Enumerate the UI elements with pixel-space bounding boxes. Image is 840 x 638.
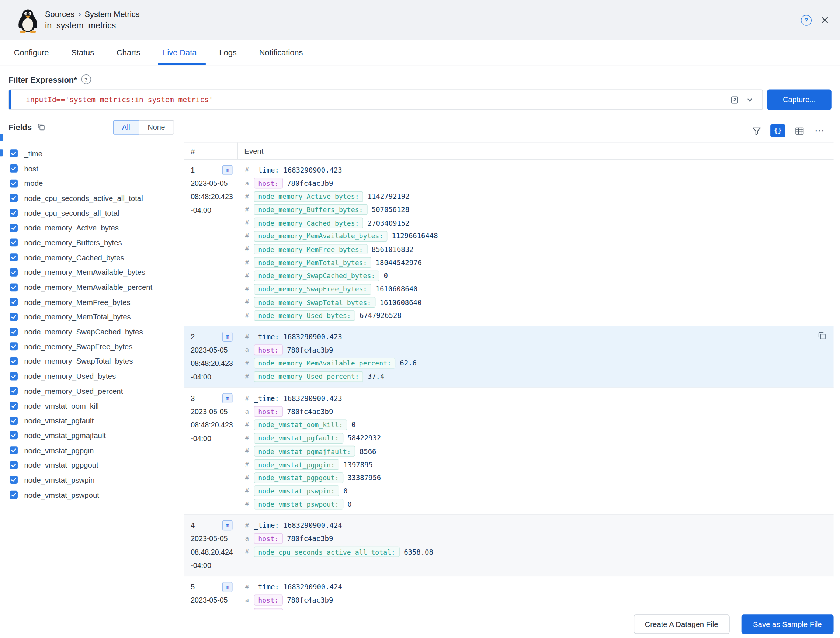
event-field-_time[interactable]: #_time:1683290900.424 <box>238 581 834 594</box>
field-item-node_memory_Active_bytes[interactable]: node_memory_Active_bytes <box>8 221 184 235</box>
checkbox-checked-icon[interactable] <box>9 446 18 454</box>
field-item-node_vmstat_pgmajfault[interactable]: node_vmstat_pgmajfault <box>8 428 184 443</box>
event-field-node_vmstat_pgmajfault[interactable]: #node_vmstat_pgmajfault:8566 <box>238 445 834 458</box>
checkbox-checked-icon[interactable] <box>9 253 18 262</box>
checkbox-checked-icon[interactable] <box>9 431 18 440</box>
event-field-node_vmstat_pswpout[interactable]: #node_vmstat_pswpout:0 <box>238 497 834 511</box>
field-name-pill[interactable]: node_vmstat_oom_kill: <box>254 419 347 430</box>
event-row-4[interactable]: 4m2023-05-0508:48:20.424-04:00#_time:168… <box>185 515 834 577</box>
checkbox-checked-icon[interactable] <box>9 164 18 172</box>
help-icon[interactable]: ? <box>801 15 812 25</box>
field-name-pill[interactable]: node_memory_MemAvailable_percent: <box>254 358 396 368</box>
event-field-node_vmstat_pgfault[interactable]: #node_vmstat_pgfault:58422932 <box>238 431 834 445</box>
checkbox-checked-icon[interactable] <box>9 209 18 217</box>
field-item-node_memory_SwapTotal_bytes[interactable]: node_memory_SwapTotal_bytes <box>8 354 184 369</box>
field-item-node_memory_Used_bytes[interactable]: node_memory_Used_bytes <box>8 369 184 384</box>
field-item-node_memory_MemTotal_bytes[interactable]: node_memory_MemTotal_bytes <box>8 310 184 324</box>
field-name-pill[interactable]: node_memory_Active_bytes: <box>254 191 363 202</box>
event-field-node_memory_SwapTotal_bytes[interactable]: #node_memory_SwapTotal_bytes:1610608640 <box>238 296 834 309</box>
field-name-pill[interactable]: host: <box>254 178 283 188</box>
field-name-pill[interactable]: host: <box>254 345 283 355</box>
tab-logs[interactable]: Logs <box>214 40 241 65</box>
field-name-pill[interactable]: node_vmstat_pgpgout: <box>254 472 343 483</box>
event-field-node_memory_Used_percent[interactable]: #node_memory_Used_percent:37.4 <box>238 370 834 383</box>
field-name-pill[interactable]: node_vmstat_pgpgin: <box>254 459 339 470</box>
checkbox-checked-icon[interactable] <box>9 476 18 484</box>
event-field-host[interactable]: ahost:780fc4ac3b9 <box>238 405 834 418</box>
json-view-toggle[interactable]: {} <box>770 124 785 137</box>
field-item-host[interactable]: host <box>8 161 184 176</box>
field-item-node_memory_Buffers_bytes[interactable]: node_memory_Buffers_bytes <box>8 235 184 250</box>
event-row-2[interactable]: 2m2023-05-0508:48:20.423-04:00#_time:168… <box>185 326 834 388</box>
field-item-node_cpu_seconds_all_total[interactable]: node_cpu_seconds_all_total <box>8 206 184 221</box>
field-item-node_memory_MemFree_bytes[interactable]: node_memory_MemFree_bytes <box>8 295 184 310</box>
field-item-node_vmstat_oom_kill[interactable]: node_vmstat_oom_kill <box>8 398 184 413</box>
copy-fields-icon[interactable] <box>37 123 46 131</box>
checkbox-checked-icon[interactable] <box>9 313 18 321</box>
event-field-_time[interactable]: #_time:1683290900.423 <box>238 392 834 405</box>
field-item-node_memory_Used_percent[interactable]: node_memory_Used_percent <box>8 384 184 398</box>
checkbox-checked-icon[interactable] <box>9 328 18 336</box>
field-item-node_memory_MemAvailable_percent[interactable]: node_memory_MemAvailable_percent <box>8 280 184 295</box>
field-item-mode[interactable]: mode <box>8 176 184 191</box>
field-name-pill[interactable]: host: <box>254 406 283 417</box>
event-field-_time[interactable]: #_time:1683290900.423 <box>238 330 834 343</box>
field-item-node_vmstat_pgfault[interactable]: node_vmstat_pgfault <box>8 414 184 428</box>
event-field-node_memory_MemAvailable_bytes[interactable]: #node_memory_MemAvailable_bytes:11296616… <box>238 229 834 243</box>
field-name-pill[interactable]: node_memory_SwapCached_bytes: <box>254 270 379 281</box>
expand-editor-icon[interactable] <box>730 95 739 104</box>
field-item-node_vmstat_pgpgout[interactable]: node_vmstat_pgpgout <box>8 458 184 472</box>
chevron-down-icon[interactable] <box>746 95 756 104</box>
event-field-node_vmstat_pgpgin[interactable]: #node_vmstat_pgpgin:1397895 <box>238 458 834 471</box>
checkbox-checked-icon[interactable] <box>9 402 18 410</box>
field-item-node_vmstat_pswpout[interactable]: node_vmstat_pswpout <box>8 488 184 502</box>
field-item-node_vmstat_pswpin[interactable]: node_vmstat_pswpin <box>8 473 184 488</box>
close-icon[interactable] <box>821 16 829 24</box>
tab-live-data[interactable]: Live Data <box>158 40 201 65</box>
filter-expression-value[interactable]: __inputId=='system_metrics:in_system_met… <box>17 96 213 104</box>
capture-button[interactable]: Capture... <box>767 90 831 110</box>
event-field-node_memory_Buffers_bytes[interactable]: #node_memory_Buffers_bytes:507056128 <box>238 203 834 216</box>
field-name-pill[interactable]: node_memory_MemTotal_bytes: <box>254 257 371 268</box>
event-field-node_memory_Active_bytes[interactable]: #node_memory_Active_bytes:1142792192 <box>238 190 834 203</box>
event-field-node_memory_SwapFree_bytes[interactable]: #node_memory_SwapFree_bytes:1610608640 <box>238 283 834 296</box>
field-item-_time[interactable]: _time <box>8 147 184 161</box>
field-item-node_memory_SwapCached_bytes[interactable]: node_memory_SwapCached_bytes <box>8 324 184 339</box>
checkbox-checked-icon[interactable] <box>9 461 18 469</box>
checkbox-checked-icon[interactable] <box>9 372 18 380</box>
tab-status[interactable]: Status <box>66 40 99 65</box>
create-datagen-button[interactable]: Create A Datagen File <box>633 614 729 633</box>
checkbox-checked-icon[interactable] <box>9 194 18 202</box>
filter-events-icon[interactable] <box>750 124 763 137</box>
field-name-pill[interactable]: node_memory_MemFree_bytes: <box>254 244 368 255</box>
field-name-pill[interactable]: host: <box>254 533 283 544</box>
table-view-toggle[interactable] <box>793 124 806 137</box>
event-field-node_memory_MemTotal_bytes[interactable]: #node_memory_MemTotal_bytes:18044542976 <box>238 256 834 269</box>
event-field-node_vmstat_pgpgout[interactable]: #node_vmstat_pgpgout:33387956 <box>238 471 834 485</box>
event-field-node_vmstat_oom_kill[interactable]: #node_vmstat_oom_kill:0 <box>238 418 834 431</box>
field-name-pill[interactable]: node_memory_MemAvailable_bytes: <box>254 231 388 242</box>
event-field-host[interactable]: ahost:780fc4ac3b9 <box>238 594 834 607</box>
breadcrumb-sources[interactable]: Sources <box>45 9 74 19</box>
checkbox-checked-icon[interactable] <box>9 283 18 291</box>
field-name-pill[interactable]: node_vmstat_pswpin: <box>254 486 339 496</box>
breadcrumb-system-metrics[interactable]: System Metrics <box>85 9 140 19</box>
event-field-node_memory_MemAvailable_percent[interactable]: #node_memory_MemAvailable_percent:62.6 <box>238 357 834 370</box>
field-name-pill[interactable]: node_memory_SwapTotal_bytes: <box>254 297 376 308</box>
checkbox-checked-icon[interactable] <box>9 268 18 276</box>
checkbox-checked-icon[interactable] <box>9 238 18 247</box>
event-field-host[interactable]: ahost:780fc4ac3b9 <box>238 343 834 357</box>
event-row-3[interactable]: 3m2023-05-0508:48:20.423-04:00#_time:168… <box>185 388 834 515</box>
tab-charts[interactable]: Charts <box>112 40 145 65</box>
event-field-host[interactable]: ahost:780fc4ac3b9 <box>238 177 834 190</box>
checkbox-checked-icon[interactable] <box>9 357 18 365</box>
field-item-node_memory_Cached_bytes[interactable]: node_memory_Cached_bytes <box>8 250 184 265</box>
fields-none-button[interactable]: None <box>139 120 174 134</box>
field-item-node_memory_SwapFree_bytes[interactable]: node_memory_SwapFree_bytes <box>8 339 184 354</box>
tab-notifications[interactable]: Notifications <box>254 40 308 65</box>
more-options-icon[interactable]: ⋯ <box>813 124 826 137</box>
event-field-_time[interactable]: #_time:1683290900.423 <box>238 163 834 177</box>
field-item-node_cpu_seconds_active_all_total[interactable]: node_cpu_seconds_active_all_total <box>8 191 184 205</box>
field-name-pill[interactable]: host: <box>254 595 283 606</box>
event-field-host[interactable]: ahost:780fc4ac3b9 <box>238 532 834 545</box>
